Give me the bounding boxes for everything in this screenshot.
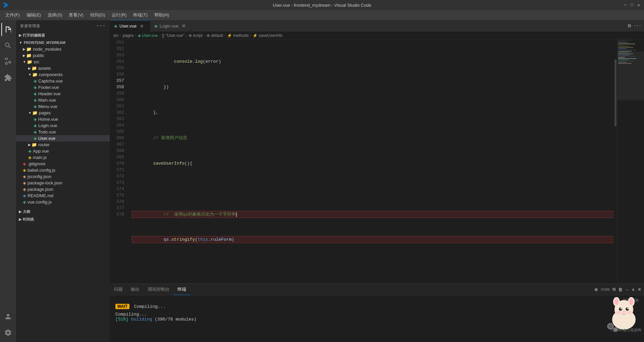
close-button[interactable]: ✕ — [637, 3, 641, 7]
scrollbar-thumb[interactable] — [614, 59, 616, 126]
sidebar-header: 资源管理器 ··· — [16, 20, 110, 32]
tree-item-assets[interactable]: ▶ 📁 assets — [16, 65, 110, 71]
breadcrumb-pages[interactable]: pages — [123, 33, 134, 38]
svg-rect-7 — [618, 47, 633, 48]
tree-item-package-lock[interactable]: ◈ package-lock.json — [16, 180, 110, 186]
breadcrumb-methods[interactable]: ⚡ methods — [227, 33, 249, 38]
panel-plus-button[interactable]: ⊕ — [594, 287, 598, 292]
tree-item-todo[interactable]: ◈ Todo.vue — [16, 129, 110, 135]
menu-edit[interactable]: 编辑(E) — [24, 11, 44, 19]
activity-search[interactable] — [1, 39, 15, 52]
panel-tab-actions: ⊕ node ⧉ 🗑 ··· ∧ ✕ — [594, 284, 644, 295]
tree-item-public[interactable]: ▶ 📁 public — [16, 52, 110, 59]
breadcrumb-script2[interactable]: ⊕ script — [189, 33, 203, 38]
sidebar-more-button[interactable]: ··· — [96, 23, 106, 29]
panel-tab-debug-label: 调试控制台 — [148, 286, 169, 292]
code-line-354: // 新增用户信息 — [132, 135, 614, 141]
tree-item-node-modules[interactable]: ▶ 📁 node_modules — [16, 46, 110, 52]
activity-account[interactable] — [1, 310, 15, 323]
menu-help[interactable]: 帮助(H) — [152, 11, 172, 19]
split-editor-button[interactable]: ⧉ — [628, 23, 631, 28]
root-folder-section[interactable]: ▼ FRONTEND_MYDREAM — [16, 39, 110, 46]
vertical-scrollbar[interactable] — [614, 39, 617, 283]
file-name: jsconfig.json — [28, 174, 52, 179]
panel-tab-terminal-label: 终端 — [177, 286, 186, 292]
file-name: vue.config.js — [28, 199, 52, 205]
activity-explorer[interactable] — [1, 23, 15, 36]
panel-node-label: node — [601, 287, 610, 292]
code-line-355: saveUserInfo(){ — [132, 160, 614, 167]
open-editors-label: 打开的编辑器 — [23, 33, 45, 38]
tree-item-app-vue[interactable]: ◈ App.vue — [16, 148, 110, 154]
tree-item-captcha[interactable]: ◈ Captcha.vue — [16, 78, 110, 84]
window-controls[interactable]: — □ ✕ — [623, 3, 641, 7]
timeline-chevron: ▶ — [19, 217, 21, 222]
folder-name: node_modules — [33, 47, 61, 52]
root-folder-name: FRONTEND_MYDREAM — [24, 41, 65, 45]
panel-tab-problems[interactable]: 问题 — [110, 284, 127, 295]
tree-item-menu[interactable]: ◈ Menu.vue — [16, 103, 110, 110]
panel-chevron-up-button[interactable]: ∧ — [632, 287, 635, 292]
menu-select[interactable]: 选择(S) — [45, 11, 65, 19]
tab-close-login-vue[interactable]: ✕ — [182, 23, 186, 28]
tab-login-vue[interactable]: ◈ Login.vue ✕ — [150, 20, 191, 32]
tree-item-login[interactable]: ◈ Login.vue — [16, 122, 110, 129]
tree-item-main-js[interactable]: ◈ main.js — [16, 154, 110, 161]
panel-trash-button[interactable]: 🗑 — [618, 287, 623, 292]
title-bar-title: User.vue - frontend_mydream - Visual Stu… — [273, 3, 371, 8]
tree-item-main-vue[interactable]: ◈ Main.vue — [16, 97, 110, 103]
tab-close-user-vue[interactable]: ✕ — [140, 23, 144, 29]
menu-bar: 文件(F) 编辑(E) 选择(S) 查看(V) 转到(G) 运行(R) 终端(T… — [0, 10, 644, 20]
code-content[interactable]: console.log(error) }) }, // 新增用户信息 saveU… — [127, 39, 614, 283]
tree-item-user[interactable]: ◈ User.vue — [16, 135, 110, 141]
activity-source-control[interactable] — [1, 55, 15, 68]
tree-item-components[interactable]: ▼ 📁 components — [16, 71, 110, 78]
tree-item-babel[interactable]: ◈ babel.config.js — [16, 167, 110, 173]
activity-bottom — [1, 310, 15, 339]
tab-bar-actions: ⧉ ··· — [191, 20, 644, 32]
tree-item-package[interactable]: ◈ package.json — [16, 186, 110, 192]
maximize-button[interactable]: □ — [630, 3, 634, 7]
menu-file[interactable]: 文件(F) — [3, 11, 22, 19]
panel-close-button[interactable]: ✕ — [638, 287, 641, 292]
file-name: Footer.vue — [38, 85, 59, 90]
tree-item-header[interactable]: ◈ Header.vue — [16, 91, 110, 97]
menu-terminal[interactable]: 终端(T) — [130, 11, 150, 19]
menu-view[interactable]: 查看(V) — [66, 11, 86, 19]
breadcrumb-src[interactable]: src — [113, 33, 119, 38]
file-name: Login.vue — [38, 123, 57, 128]
panel-tab-terminal[interactable]: 终端 — [173, 284, 190, 295]
tree-item-pages[interactable]: ▼ 📁 pages — [16, 110, 110, 116]
tree-item-gitignore[interactable]: ◈ .gitignore — [16, 161, 110, 167]
panel-tab-output[interactable]: 输出 — [127, 284, 144, 295]
outline-section[interactable]: ▶ 大纲 — [16, 208, 110, 216]
tree-item-vueconfig[interactable]: ◈ vue.config.js — [16, 199, 110, 205]
menu-goto[interactable]: 转到(G) — [88, 11, 108, 19]
tree-item-src[interactable]: ▼ 📁 src — [16, 59, 110, 65]
code-line-351: console.log(error) — [132, 58, 614, 65]
tree-item-router[interactable]: ▶ 📁 router — [16, 141, 110, 148]
tree-item-jsconfig[interactable]: ◈ jsconfig.json — [16, 173, 110, 180]
timestamp: 00:07:06 — [623, 298, 639, 303]
open-editors-section[interactable]: ▶ 打开的编辑器 — [16, 32, 110, 39]
breadcrumb-file[interactable]: ◈ User.vue — [138, 33, 158, 38]
breadcrumb-script[interactable]: {} "User.vue" — [162, 33, 184, 38]
breadcrumb-default[interactable]: ⊕ default — [207, 33, 223, 38]
file-name: main.js — [33, 155, 47, 160]
menu-run[interactable]: 运行(R) — [109, 11, 129, 19]
file-name: Main.vue — [38, 98, 56, 103]
breadcrumb-saveuserinfo[interactable]: ⚡ saveUserInfo — [253, 33, 282, 38]
panel-tab-debug[interactable]: 调试控制台 — [144, 284, 173, 295]
activity-extensions[interactable] — [1, 71, 15, 84]
tree-item-footer[interactable]: ◈ Footer.vue — [16, 84, 110, 91]
timeline-section[interactable]: ▶ 时间线 — [16, 216, 110, 223]
tab-user-vue[interactable]: ◈ User.vue ✕ — [110, 20, 150, 32]
panel-more-button[interactable]: ··· — [625, 287, 629, 292]
tree-item-readme[interactable]: ◈ README.md — [16, 192, 110, 199]
activity-settings[interactable] — [1, 326, 15, 339]
tree-item-home[interactable]: ◈ Home.vue — [16, 116, 110, 122]
build-progress: [51%] — [115, 317, 128, 322]
minimize-button[interactable]: — — [623, 3, 627, 7]
panel-split-button[interactable]: ⧉ — [612, 287, 615, 292]
more-actions-button[interactable]: ··· — [634, 23, 641, 28]
